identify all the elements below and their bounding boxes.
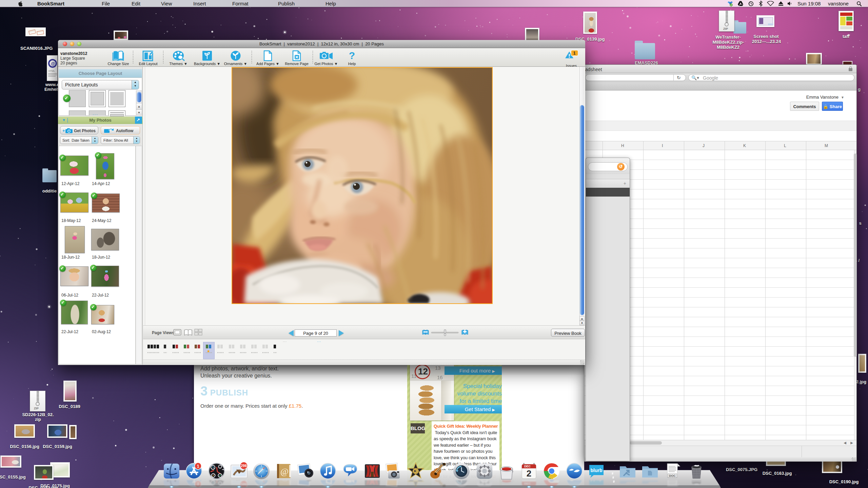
svg-text:DEC: DEC [524,482,531,485]
svg-text:DOC: DOC [669,474,676,477]
svg-text:blurb: blurb [591,468,603,473]
svg-text:blurb: blurb [591,480,603,482]
svg-text:1: 1 [573,51,576,56]
svg-text:1: 1 [197,464,199,469]
svg-text:1: 1 [197,482,199,487]
svg-text:@: @ [280,467,289,476]
svg-text:2: 2 [527,480,531,482]
svg-text:2: 2 [527,468,531,479]
svg-text:298: 298 [241,464,247,468]
svg-text:?: ? [349,50,355,61]
svg-text:DEC: DEC [524,465,531,468]
svg-text:+: + [62,128,65,133]
svg-text:@: @ [280,480,289,483]
svg-text:298: 298 [241,482,247,486]
